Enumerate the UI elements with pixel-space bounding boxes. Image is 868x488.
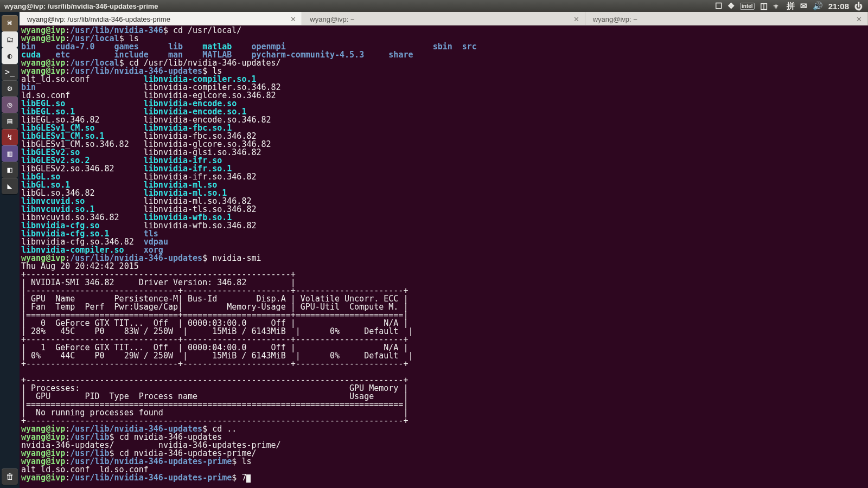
- cursor: [246, 474, 251, 483]
- dash-home-icon[interactable]: ⌘: [2, 15, 18, 31]
- dropbox2-icon[interactable]: ❖: [727, 1, 735, 11]
- menubar[interactable]: wyang@ivp: /usr/lib/nvidia-346-updates-p…: [0, 0, 868, 12]
- close-icon[interactable]: ✕: [856, 16, 862, 23]
- chrome-icon[interactable]: ◐: [2, 48, 18, 64]
- window-title: wyang@ivp: /usr/lib/nvidia-346-updates-p…: [4, 2, 715, 10]
- tab-1[interactable]: wyang@ivp: ~ ✕: [302, 12, 585, 25]
- tab-label: wyang@ivp: ~: [593, 15, 637, 23]
- monitor-icon[interactable]: ▤: [2, 113, 18, 129]
- mail-icon[interactable]: ✉: [800, 1, 807, 11]
- wifi-icon[interactable]: ᯤ: [773, 2, 781, 11]
- system-tray: ☐ ❖ intel ◫ ᯤ 拼 ✉ 🔊 21:08 ⏻: [715, 1, 863, 11]
- tab-label: wyang@ivp: ~: [310, 15, 354, 23]
- app-icon[interactable]: ◎: [2, 97, 18, 113]
- settings-icon[interactable]: ⚙: [2, 80, 18, 97]
- sound-icon[interactable]: 🔊: [813, 1, 823, 11]
- tab-0[interactable]: wyang@ivp: /usr/lib/nvidia-346-updates-p…: [20, 12, 302, 25]
- software-update-icon[interactable]: ◫: [760, 1, 768, 11]
- input-method-icon[interactable]: 拼: [787, 1, 795, 11]
- unity-launcher[interactable]: ⌘🗂◐>_⚙◎▤↯▥◧◣ 🗑: [0, 12, 20, 488]
- terminal-tabbar[interactable]: wyang@ivp: /usr/lib/nvidia-346-updates-p…: [20, 12, 868, 25]
- dropbox-icon[interactable]: ☐: [715, 1, 722, 11]
- power-icon[interactable]: ⏻: [854, 2, 863, 11]
- extra2-icon[interactable]: ◣: [2, 178, 18, 194]
- terminal-window: wyang@ivp: /usr/lib/nvidia-346-updates-p…: [20, 12, 868, 488]
- clock[interactable]: 21:08: [828, 2, 849, 11]
- close-icon[interactable]: ✕: [290, 16, 296, 23]
- extra-icon[interactable]: ◧: [2, 162, 18, 178]
- files-icon[interactable]: 🗂: [2, 31, 18, 48]
- intel-icon[interactable]: intel: [740, 3, 755, 10]
- tab-2[interactable]: wyang@ivp: ~ ✕: [585, 12, 868, 25]
- terminal-output[interactable]: wyang@ivp:/usr/lib/nvidia-346$ cd /usr/l…: [20, 25, 868, 488]
- display-icon[interactable]: ▥: [2, 145, 18, 162]
- trash-icon[interactable]: 🗑: [2, 468, 18, 485]
- tab-label: wyang@ivp: /usr/lib/nvidia-346-updates-p…: [27, 15, 170, 23]
- terminal-icon[interactable]: >_: [2, 64, 18, 80]
- tool-icon[interactable]: ↯: [2, 129, 18, 145]
- close-icon[interactable]: ✕: [573, 16, 579, 23]
